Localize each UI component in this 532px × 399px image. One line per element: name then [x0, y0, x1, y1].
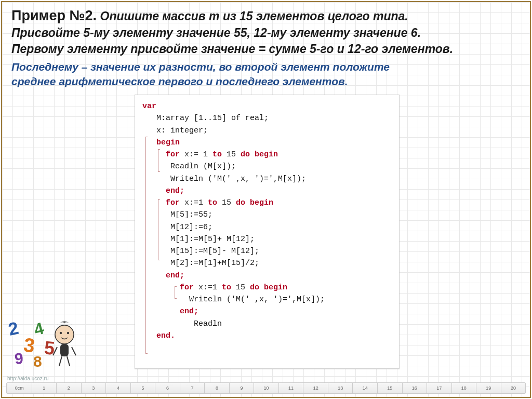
svg-rect-9 [60, 344, 69, 356]
code-l11: M[12]:=6; [142, 221, 392, 233]
ruler-tick: 15 [377, 383, 402, 393]
slide: Пример №2. Опишите массив m из 15 элемен… [1, 1, 531, 398]
title-line-2: Присвойте 5-му элементу значение 55, 12-… [11, 25, 521, 41]
ruler-tick: 20 [501, 383, 526, 393]
svg-text:8: 8 [33, 353, 42, 370]
code-l3: x: integer; [142, 125, 392, 137]
code-l14: M[2]:=M[1]+M[15]/2; [142, 257, 392, 269]
ruler-tick: 11 [278, 383, 303, 393]
code-l21: end. [142, 330, 392, 342]
title-rest: Опишите массив m из 15 элементов целого … [100, 9, 408, 23]
ruler-tick: 5 [130, 383, 155, 393]
code-l12: M[1]:=M[5]+ M[12]; [142, 233, 392, 245]
ruler-tick: 17 [427, 383, 451, 393]
svg-line-11 [72, 347, 76, 355]
code-l8: end; [142, 185, 392, 197]
code-l17: Writeln ('M(' ,x, ')=',M[x]); [142, 294, 392, 305]
ruler-tick: 7 [180, 383, 205, 393]
ruler-tick: 16 [402, 383, 427, 393]
ruler: 0cm 1 2 3 4 5 6 7 8 9 10 11 12 13 14 15 … [6, 382, 526, 394]
ruler-tick: 13 [328, 383, 353, 393]
ruler-tick: 18 [451, 383, 476, 393]
svg-line-12 [59, 356, 62, 366]
ruler-tick: 6 [155, 383, 180, 393]
ruler-tick: 0cm [7, 383, 32, 393]
code-l15: end; [142, 270, 392, 282]
watermark-url: http://aida.ucoz.ru [7, 376, 49, 381]
ruler-tick: 12 [303, 383, 328, 393]
svg-point-6 [55, 325, 74, 344]
code-l19: end; [142, 305, 392, 317]
title-line-3: Первому элементу присвойте значение = су… [11, 41, 521, 57]
ruler-tick: 4 [105, 383, 130, 393]
svg-text:5: 5 [43, 337, 56, 359]
ruler-tick: 8 [204, 383, 229, 393]
code-l1: var [142, 100, 392, 112]
subtext-line-5: среднее арифметическое первого и последн… [2, 74, 530, 89]
ruler-tick: 9 [229, 383, 254, 393]
ruler-tick: 19 [476, 383, 501, 393]
ruler-tick: 14 [352, 383, 377, 393]
svg-text:9: 9 [14, 350, 24, 367]
code-l7: Writeln ('M(' ,x, ')=',M[x]); [142, 173, 392, 185]
code-l9: for x:=1 to 15 do begin [142, 197, 392, 209]
ruler-tick: 1 [32, 383, 57, 393]
code-l5: for x:= 1 to 15 do begin [142, 149, 392, 161]
svg-point-7 [60, 332, 62, 334]
code-l20: Readln [142, 318, 392, 330]
code-l16: for x:=1 to 15 do begin [142, 282, 392, 294]
title-line-1: Пример №2. Опишите массив m из 15 элемен… [11, 6, 521, 25]
ruler-tick: 10 [254, 383, 278, 393]
code-panel: var M:array [1..15] of real; x: integer;… [135, 95, 400, 369]
svg-text:2: 2 [7, 318, 20, 339]
ruler-tick: 3 [81, 383, 106, 393]
code-l6: Readln (M[x]); [142, 161, 392, 172]
title-strong: Пример №2. [11, 8, 97, 23]
ruler-tick: 2 [56, 383, 81, 393]
svg-line-13 [67, 356, 70, 366]
mascot-numbers-icon: 2 3 4 5 9 8 [7, 315, 80, 372]
code-l13: M[15]:=M[5]- M[12]; [142, 245, 392, 257]
code-l10: M[5]:=55; [142, 209, 392, 221]
subtext-line-4: Последнему – значение их разности, во вт… [2, 60, 530, 74]
svg-point-8 [67, 332, 69, 334]
code-l2: M:array [1..15] of real; [142, 112, 392, 124]
code-l4: begin [142, 137, 392, 149]
header-block: Пример №2. Опишите массив m из 15 элемен… [2, 2, 530, 60]
